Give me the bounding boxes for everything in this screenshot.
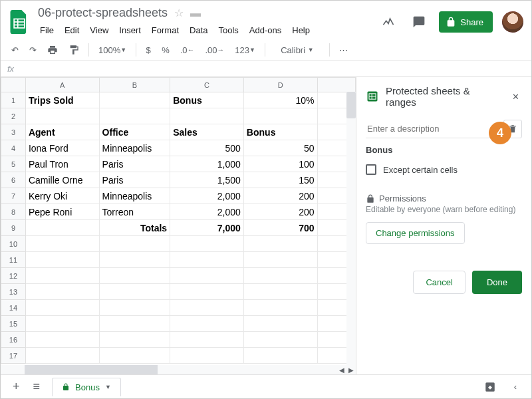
cell[interactable] (25, 332, 99, 348)
cell[interactable]: 2,000 (170, 188, 244, 204)
paint-format-button[interactable] (65, 42, 83, 58)
redo-button[interactable]: ↷ (25, 43, 41, 58)
cell[interactable] (99, 92, 170, 108)
cell[interactable]: 500 (170, 140, 244, 156)
cell[interactable]: Minneapolis (99, 188, 170, 204)
row-header[interactable]: 13 (1, 284, 26, 300)
cell[interactable]: Kerry Oki (25, 188, 99, 204)
except-cells-checkbox[interactable] (366, 164, 376, 175)
print-button[interactable] (43, 42, 62, 58)
cell[interactable] (170, 332, 244, 348)
cell[interactable]: Bonus (243, 124, 317, 140)
share-button[interactable]: Share (439, 11, 493, 33)
cell[interactable] (170, 236, 244, 252)
description-input[interactable] (366, 120, 498, 138)
account-avatar[interactable] (502, 11, 523, 33)
activity-icon[interactable] (378, 11, 399, 33)
change-permissions-button[interactable]: Change permissions (366, 222, 465, 244)
row-header[interactable]: 7 (1, 188, 26, 204)
close-panel-button[interactable]: ✕ (509, 89, 522, 104)
cell[interactable]: 10% (243, 92, 317, 108)
row-header[interactable]: 12 (1, 268, 26, 284)
cell[interactable] (99, 108, 170, 124)
row-header[interactable]: 15 (1, 316, 26, 332)
cell[interactable]: Bonus (170, 92, 244, 108)
row-header[interactable]: 3 (1, 124, 26, 140)
cell[interactable] (99, 332, 170, 348)
cell[interactable] (25, 284, 99, 300)
cancel-button[interactable]: Cancel (413, 271, 465, 294)
cell[interactable] (243, 316, 317, 332)
cell[interactable]: Paul Tron (25, 156, 99, 172)
row-header[interactable]: 1 (1, 92, 26, 108)
vertical-scrollbar[interactable] (346, 92, 356, 384)
cell[interactable]: Minneapolis (99, 140, 170, 156)
explore-button[interactable] (479, 376, 501, 398)
cell[interactable]: 200 (243, 204, 317, 220)
cell[interactable]: Office (99, 124, 170, 140)
menu-data[interactable]: Data (185, 23, 212, 38)
row-header[interactable]: 16 (1, 332, 26, 348)
move-folder-icon[interactable]: ▬ (190, 7, 201, 19)
row-header[interactable]: 14 (1, 300, 26, 316)
row-header[interactable]: 10 (1, 236, 26, 252)
cell[interactable] (170, 316, 244, 332)
toolbar-more-button[interactable]: ⋯ (335, 43, 352, 58)
cell[interactable] (243, 268, 317, 284)
row-header[interactable]: 5 (1, 156, 26, 172)
star-icon[interactable]: ☆ (174, 7, 184, 19)
column-header-a[interactable]: A (25, 78, 99, 92)
cell[interactable]: 7,000 (170, 220, 244, 236)
comments-icon[interactable] (408, 11, 430, 33)
cell[interactable] (170, 284, 244, 300)
cell[interactable]: Pepe Roni (25, 204, 99, 220)
cell[interactable] (243, 348, 317, 364)
cell[interactable]: 1,500 (170, 172, 244, 188)
cell[interactable] (99, 252, 170, 268)
column-header-d[interactable]: D (243, 78, 317, 92)
all-sheets-button[interactable]: ≡ (27, 376, 47, 398)
font-select[interactable]: Calibri ▼ (271, 43, 324, 58)
cell[interactable]: 1,000 (170, 156, 244, 172)
formula-bar[interactable]: fx (1, 61, 531, 77)
cell[interactable] (99, 284, 170, 300)
cell[interactable]: Trips Sold (25, 92, 99, 108)
menu-edit[interactable]: Edit (60, 23, 84, 38)
cell[interactable] (170, 348, 244, 364)
cell[interactable]: 100 (243, 156, 317, 172)
sheet-tab-bonus[interactable]: Bonus ▼ (52, 378, 121, 396)
cell[interactable] (25, 236, 99, 252)
cell[interactable]: 150 (243, 172, 317, 188)
row-header[interactable]: 4 (1, 140, 26, 156)
menu-help[interactable]: Help (287, 23, 315, 38)
cell[interactable] (99, 236, 170, 252)
undo-button[interactable]: ↶ (7, 43, 23, 58)
currency-button[interactable]: $ (142, 43, 155, 58)
cell[interactable] (99, 316, 170, 332)
cell[interactable] (170, 268, 244, 284)
increase-decimal-button[interactable]: .00→ (201, 43, 228, 58)
menu-format[interactable]: Format (147, 23, 184, 38)
row-header[interactable]: 6 (1, 172, 26, 188)
side-panel-toggle[interactable]: ‹ (505, 376, 526, 398)
percent-button[interactable]: % (158, 43, 174, 58)
add-sheet-button[interactable]: + (6, 376, 27, 398)
number-format-select[interactable]: 123 ▼ (231, 43, 259, 58)
column-header-c[interactable]: C (170, 78, 244, 92)
spreadsheet-grid[interactable]: ABCD1Trips SoldBonus10%23AgentOfficeSale… (1, 77, 356, 384)
menu-view[interactable]: View (85, 23, 113, 38)
row-header[interactable]: 8 (1, 204, 26, 220)
sheets-app-icon[interactable] (6, 9, 33, 35)
cell[interactable]: Paris (99, 172, 170, 188)
cell[interactable] (170, 252, 244, 268)
cell[interactable]: Iona Ford (25, 140, 99, 156)
cell[interactable]: Totals (99, 220, 170, 236)
column-header-b[interactable]: B (99, 78, 170, 92)
row-header[interactable]: 11 (1, 252, 26, 268)
cell[interactable] (243, 332, 317, 348)
cell[interactable] (25, 108, 99, 124)
column-header-blank[interactable] (317, 78, 355, 92)
cell[interactable] (25, 252, 99, 268)
menu-file[interactable]: File (35, 23, 59, 38)
cell[interactable] (25, 316, 99, 332)
